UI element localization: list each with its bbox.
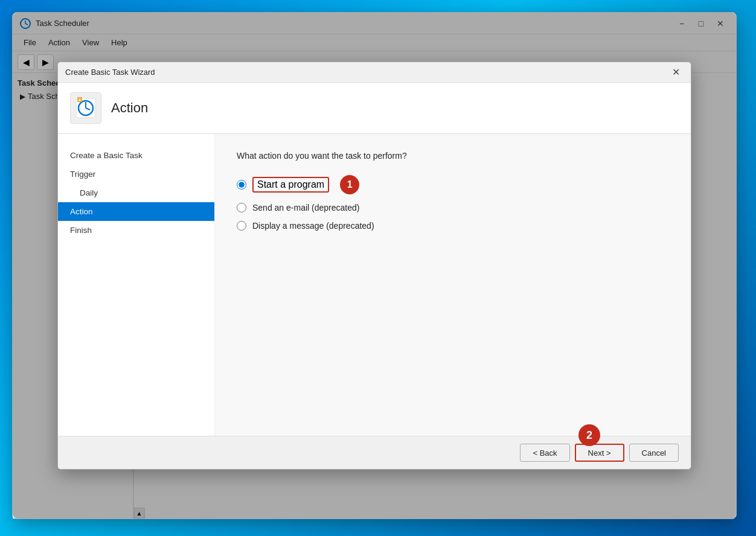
next-button[interactable]: Next > (575, 444, 624, 462)
dialog-header: Action (58, 83, 691, 134)
wizard-step-finish[interactable]: Finish (58, 221, 214, 240)
task-scheduler-window: Task Scheduler − □ ✕ File Action View He… (12, 12, 737, 519)
dialog-header-icon (70, 92, 101, 124)
radio-label-display-message: Display a message (deprecated) (252, 221, 374, 231)
dialog-close-button[interactable]: ✕ (668, 73, 684, 79)
wizard-step-trigger[interactable]: Trigger (58, 165, 214, 183)
dialog-footer: 2 < Back Next > Cancel (58, 436, 691, 469)
wizard-step-create-basic-task[interactable]: Create a Basic Task (58, 146, 214, 165)
badge-1: 1 (340, 175, 359, 194)
wizard-content: What action do you want the task to perf… (215, 134, 691, 436)
radio-start-program[interactable] (237, 180, 246, 190)
radio-label-start-program: Start a program (252, 177, 329, 193)
main-area: Task Scheduler (Local) ▶ Task Scheduler … (13, 73, 736, 518)
wizard-question: What action do you want the task to perf… (237, 151, 669, 161)
dialog-header-title: Action (111, 100, 148, 116)
radio-option-start-program[interactable]: Start a program 1 (237, 175, 669, 194)
wizard-nav: Create a Basic Task Trigger Daily Action… (58, 134, 215, 436)
badge-2: 2 (578, 424, 600, 446)
radio-option-display-message[interactable]: Display a message (deprecated) (237, 221, 669, 231)
create-basic-task-dialog: Create Basic Task Wizard ✕ (57, 73, 691, 470)
radio-display-message[interactable] (237, 221, 246, 231)
radio-option-send-email[interactable]: Send an e-mail (deprecated) (237, 203, 669, 212)
dialog-title: Create Basic Task Wizard (65, 73, 668, 77)
cancel-button[interactable]: Cancel (629, 444, 679, 462)
dialog-overlay: Create Basic Task Wizard ✕ (13, 73, 736, 518)
radio-send-email[interactable] (237, 203, 246, 212)
dialog-body: Create a Basic Task Trigger Daily Action… (58, 134, 691, 436)
wizard-step-daily[interactable]: Daily (58, 183, 214, 202)
radio-label-send-email: Send an e-mail (deprecated) (252, 203, 359, 212)
back-button[interactable]: < Back (520, 444, 569, 462)
wizard-step-action[interactable]: Action (58, 202, 214, 221)
dialog-titlebar: Create Basic Task Wizard ✕ (58, 73, 691, 83)
